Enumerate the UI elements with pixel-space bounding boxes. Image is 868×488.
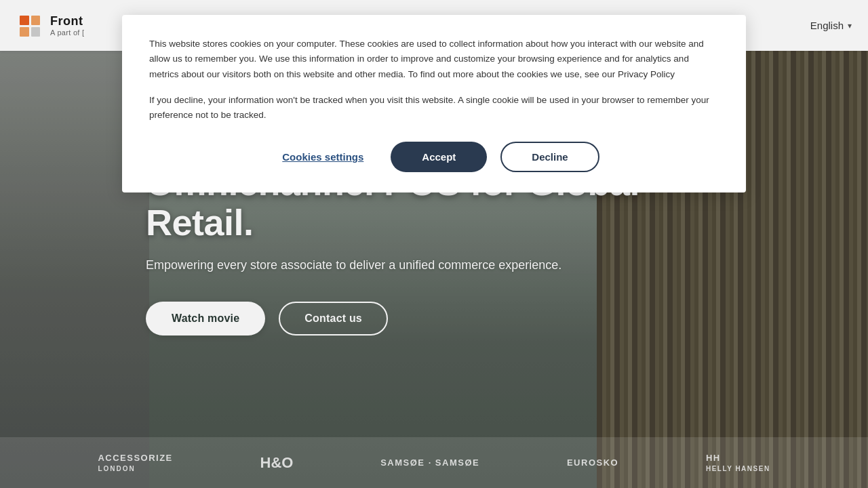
cookie-actions: Cookies settings Accept Decline — [149, 142, 719, 172]
cookie-text-main: This website stores cookies on your comp… — [149, 37, 719, 82]
cookies-settings-button[interactable]: Cookies settings — [269, 143, 377, 171]
cookie-text-secondary: If you decline, your information won't b… — [149, 93, 719, 123]
decline-button[interactable]: Decline — [500, 142, 599, 172]
accept-button[interactable]: Accept — [391, 142, 487, 172]
cookie-overlay: This website stores cookies on your comp… — [0, 0, 868, 488]
cookie-banner: This website stores cookies on your comp… — [122, 15, 746, 192]
